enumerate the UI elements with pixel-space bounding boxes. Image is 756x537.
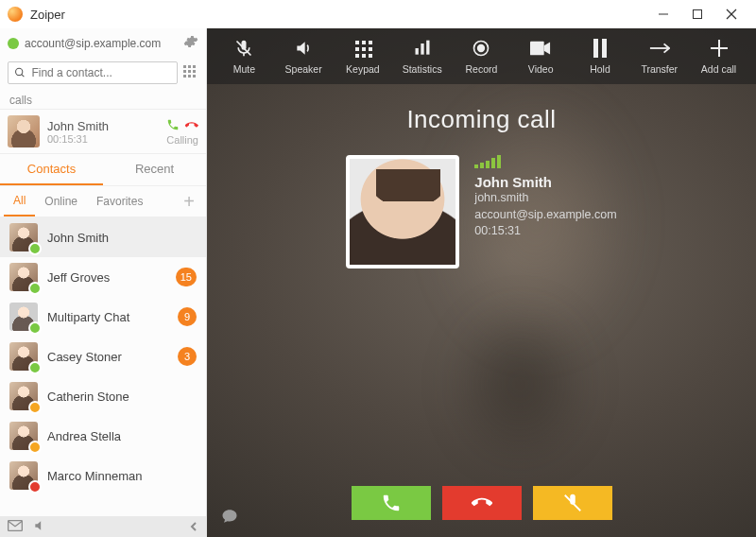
contact-row[interactable]: John Smith bbox=[0, 217, 206, 257]
settings-button[interactable] bbox=[183, 34, 198, 52]
presence-icon bbox=[28, 242, 42, 255]
call-toolbar: Mute Speaker Keypad Statistics Record Vi… bbox=[207, 28, 756, 84]
transfer-button[interactable]: Transfer bbox=[632, 38, 687, 75]
account-status-icon bbox=[8, 38, 19, 49]
caller-account: account@sip.example.com bbox=[474, 207, 616, 224]
app-logo-icon bbox=[8, 7, 23, 22]
contact-name: Casey Stoner bbox=[47, 350, 168, 364]
account-label[interactable]: account@sip.example.com bbox=[25, 37, 178, 50]
presence-icon bbox=[28, 361, 42, 374]
svg-rect-10 bbox=[421, 43, 423, 55]
sidebar: account@sip.example.com calls John Smith… bbox=[0, 28, 207, 537]
caller-time: 00:15:31 bbox=[474, 223, 616, 240]
unread-badge: 15 bbox=[176, 268, 197, 286]
incoming-call-title: Incoming call bbox=[207, 105, 756, 134]
contact-list: John SmithJeff Groves15Multiparty Chat9C… bbox=[0, 217, 206, 516]
window-close-button[interactable] bbox=[714, 1, 748, 27]
presence-icon bbox=[28, 480, 42, 494]
contact-row[interactable]: Marco Minneman bbox=[0, 456, 206, 495]
contact-name: Marco Minneman bbox=[47, 469, 197, 483]
app-title: Zoiper bbox=[30, 8, 646, 22]
svg-point-4 bbox=[16, 68, 23, 75]
presence-icon bbox=[28, 282, 42, 295]
svg-rect-1 bbox=[694, 10, 702, 19]
active-call-time: 00:15:31 bbox=[47, 133, 159, 145]
answer-button[interactable] bbox=[352, 486, 431, 520]
contact-avatar bbox=[9, 303, 38, 331]
unread-badge: 3 bbox=[178, 347, 197, 366]
contact-row[interactable]: Catherin Stone bbox=[0, 376, 206, 416]
contact-avatar bbox=[9, 461, 38, 490]
active-call-avatar bbox=[8, 115, 40, 147]
presence-icon bbox=[28, 401, 42, 414]
silence-button[interactable] bbox=[533, 486, 612, 520]
primary-tabs: Contacts Recent bbox=[0, 154, 206, 186]
contact-avatar bbox=[9, 223, 38, 251]
presence-icon bbox=[28, 441, 42, 454]
filter-tabs: All Online Favorites + bbox=[0, 186, 206, 217]
contact-name: Catherin Stone bbox=[47, 390, 197, 404]
tab-favorites[interactable]: Favorites bbox=[87, 187, 152, 216]
decline-button[interactable] bbox=[442, 486, 522, 520]
caller-user: john.smith bbox=[474, 190, 616, 207]
contact-name: Multiparty Chat bbox=[47, 310, 168, 324]
svg-line-5 bbox=[22, 75, 25, 78]
svg-rect-15 bbox=[593, 39, 598, 58]
speaker-button[interactable]: Speaker bbox=[276, 38, 331, 75]
hangup-mini-icon[interactable] bbox=[185, 118, 198, 134]
search-box[interactable] bbox=[8, 61, 178, 84]
contact-avatar bbox=[9, 422, 38, 450]
mute-button[interactable]: Mute bbox=[216, 38, 271, 75]
titlebar: Zoiper bbox=[0, 0, 756, 28]
search-icon bbox=[14, 66, 26, 79]
unread-badge: 9 bbox=[178, 307, 197, 326]
window-maximize-button[interactable] bbox=[680, 1, 714, 27]
tab-recent[interactable]: Recent bbox=[103, 154, 206, 185]
contact-row[interactable]: Jeff Groves15 bbox=[0, 257, 206, 297]
keypad-button[interactable]: Keypad bbox=[335, 38, 390, 75]
collapse-icon[interactable] bbox=[189, 520, 198, 534]
signal-bars-icon bbox=[474, 155, 616, 168]
presence-icon bbox=[28, 321, 42, 335]
svg-rect-16 bbox=[602, 39, 607, 58]
svg-rect-11 bbox=[426, 41, 429, 55]
active-call-card[interactable]: John Smith 00:15:31 Calling bbox=[0, 109, 206, 154]
contact-name: Andrea Stella bbox=[47, 429, 197, 443]
svg-rect-9 bbox=[415, 48, 418, 55]
tab-online[interactable]: Online bbox=[35, 187, 87, 216]
contact-avatar bbox=[9, 263, 38, 291]
chat-button[interactable] bbox=[216, 503, 243, 529]
contact-name: John Smith bbox=[47, 231, 197, 245]
contact-row[interactable]: Multiparty Chat9 bbox=[0, 297, 206, 337]
window-minimize-button[interactable] bbox=[646, 1, 680, 27]
sidebar-bottombar bbox=[0, 516, 206, 537]
calls-section-label: calls bbox=[0, 88, 206, 109]
add-call-button[interactable]: Add call bbox=[692, 38, 747, 75]
statistics-button[interactable]: Statistics bbox=[395, 38, 450, 75]
answer-mini-icon[interactable] bbox=[166, 118, 180, 134]
video-button[interactable]: Video bbox=[513, 38, 568, 75]
hold-button[interactable]: Hold bbox=[573, 38, 627, 75]
contact-row[interactable]: Andrea Stella bbox=[0, 416, 206, 456]
speaker-icon[interactable] bbox=[32, 519, 47, 535]
contact-row[interactable]: Casey Stoner3 bbox=[0, 337, 206, 376]
active-call-name: John Smith bbox=[47, 119, 159, 133]
caller-name: John Smith bbox=[474, 174, 616, 190]
svg-rect-14 bbox=[530, 42, 544, 56]
caller-card: John Smith john.smith account@sip.exampl… bbox=[346, 155, 616, 268]
active-call-status: Calling bbox=[166, 134, 198, 146]
tab-all[interactable]: All bbox=[4, 186, 35, 217]
add-contact-button[interactable]: + bbox=[176, 192, 202, 211]
contact-avatar bbox=[9, 382, 38, 410]
contact-avatar bbox=[9, 342, 38, 371]
search-input[interactable] bbox=[31, 66, 171, 79]
svg-point-13 bbox=[478, 45, 485, 52]
caller-photo bbox=[346, 155, 459, 268]
record-button[interactable]: Record bbox=[454, 38, 508, 75]
dialpad-button[interactable] bbox=[183, 65, 198, 80]
contact-name: Jeff Groves bbox=[47, 270, 166, 285]
messages-icon[interactable] bbox=[8, 520, 23, 534]
tab-contacts[interactable]: Contacts bbox=[0, 154, 103, 185]
call-area: Mute Speaker Keypad Statistics Record Vi… bbox=[207, 28, 756, 537]
answer-row bbox=[207, 486, 756, 537]
